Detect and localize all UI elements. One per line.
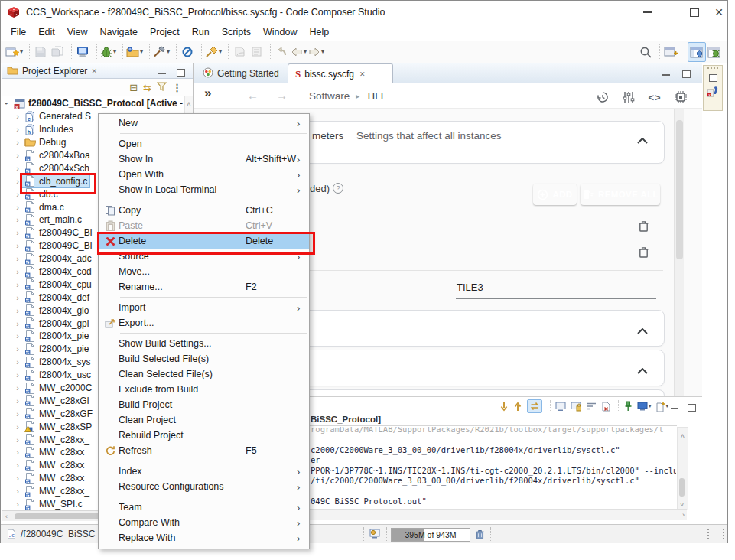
tree-item-root[interactable]: › xf280049C_BiSSC_Protocol [Active - (2, 97, 184, 110)
restore-view-icon[interactable] (709, 74, 717, 82)
expander-icon[interactable]: › (13, 331, 22, 340)
expander-icon[interactable]: › (13, 228, 22, 237)
link-with-editor-icon[interactable]: ⇆ (143, 83, 151, 93)
filter-icon[interactable] (157, 80, 167, 94)
menu-help[interactable]: Help (303, 25, 335, 39)
menu-item-refresh[interactable]: Refresh F5 (99, 443, 309, 458)
menu-item-build-selected-file-s[interactable]: Build Selected File(s) (99, 351, 309, 366)
add-button[interactable]: ADD (533, 184, 577, 205)
menu-item-source[interactable]: Source › (99, 249, 309, 264)
save-button[interactable] (32, 43, 49, 61)
device-chip-icon[interactable] (673, 90, 688, 105)
display-console-icon[interactable]: ▾ (637, 402, 652, 411)
menu-item-index[interactable]: Index › (99, 464, 309, 479)
menu-item-replace-with[interactable]: Replace With › (99, 530, 309, 545)
pin-console-icon[interactable] (623, 401, 633, 412)
menu-file[interactable]: File (5, 25, 32, 39)
breadcrumb-tile[interactable]: TILE (366, 90, 388, 102)
sync-console-icon[interactable] (527, 399, 542, 413)
project-explorer-tab[interactable]: Project Explorer (22, 66, 87, 77)
scroll-right-icon[interactable]: › (682, 510, 685, 519)
expander-icon[interactable]: › (13, 112, 22, 121)
menu-edit[interactable]: Edit (32, 25, 61, 39)
view-close-icon[interactable]: ✕ (91, 67, 97, 75)
menu-item-open-with[interactable]: Open With › (99, 167, 309, 182)
history-icon[interactable] (595, 90, 610, 105)
dropdown-caret-icon[interactable]: ▾ (140, 48, 143, 55)
expander-icon[interactable]: › (13, 448, 22, 457)
drag-handle[interactable] (707, 67, 718, 69)
overflow-chevrons-button[interactable]: » (204, 86, 211, 101)
next-item-icon[interactable] (499, 402, 509, 412)
menu-item-new[interactable]: New › (99, 116, 309, 131)
window-close-button[interactable]: ✕ (701, 1, 735, 24)
menu-item-paste[interactable]: Paste Ctrl+V (99, 218, 309, 233)
menu-item-import[interactable]: Import › (99, 300, 309, 315)
expander-icon[interactable]: › (13, 409, 22, 418)
word-wrap-icon[interactable] (586, 402, 597, 411)
menu-item-compare-with[interactable]: Compare With › (99, 515, 309, 530)
menu-project[interactable]: Project (144, 25, 186, 39)
expander-icon[interactable]: › (13, 435, 22, 444)
menu-scripts[interactable]: Scripts (216, 25, 257, 39)
terminate-button[interactable] (179, 43, 196, 61)
menu-item-resource-configurations[interactable]: Resource Configurations › (99, 479, 309, 494)
expander-icon[interactable]: › (13, 177, 22, 186)
menu-item-build-project[interactable]: Build Project (99, 397, 309, 412)
delete-instance-icon[interactable] (638, 246, 649, 262)
dropdown-caret-icon[interactable]: ▾ (113, 48, 116, 55)
expander-icon[interactable]: › (13, 151, 22, 160)
collapse-chevron-icon[interactable] (637, 133, 648, 147)
open-console-view-button[interactable] (74, 43, 91, 61)
remove-all-button[interactable]: REMOVE ALL (581, 184, 660, 205)
maximize-view-icon[interactable] (682, 70, 691, 78)
expander-icon[interactable]: › (13, 422, 22, 431)
minimize-view-icon[interactable] (158, 73, 166, 74)
collapse-all-icon[interactable]: ⊟ (129, 83, 138, 93)
last-edit-location-button[interactable] (273, 43, 290, 61)
console-view-icon[interactable] (555, 402, 566, 412)
expander-icon[interactable]: › (13, 461, 22, 470)
menu-item-move[interactable]: Move... (99, 264, 309, 279)
nav-forward-icon[interactable]: → (276, 89, 288, 102)
open-console-icon[interactable]: ▾ (655, 402, 668, 412)
dropdown-caret-icon[interactable]: ▾ (219, 48, 222, 55)
clear-console-icon[interactable] (601, 402, 610, 412)
expander-icon[interactable]: › (13, 370, 22, 379)
open-perspective-button[interactable] (662, 43, 679, 61)
expander-icon[interactable]: › (13, 280, 22, 289)
tab-close-icon[interactable]: ✕ (359, 70, 366, 78)
expander-icon[interactable]: › (13, 138, 22, 147)
search-icon[interactable] (637, 43, 654, 61)
dropdown-caret-icon[interactable]: ▾ (321, 48, 324, 55)
flash-button[interactable]: ▾ (125, 43, 144, 61)
menu-item-copy[interactable]: Copy Ctrl+C (99, 203, 309, 218)
collapse-chevron-icon[interactable] (637, 363, 648, 377)
debug-button[interactable]: ▾ (99, 43, 117, 61)
expander-icon[interactable]: › (13, 500, 22, 509)
expander-icon[interactable]: › (13, 383, 22, 392)
highlight-tool-button[interactable]: ▾ (204, 43, 223, 61)
back-button[interactable]: ▾ (290, 43, 307, 61)
menu-item-show-build-settings[interactable]: Show Build Settings... (99, 336, 309, 351)
expander-icon[interactable]: › (13, 306, 22, 315)
heap-status-gauge[interactable]: 395M of 943M (391, 528, 470, 542)
minimize-view-icon[interactable] (671, 408, 678, 409)
dropdown-caret-icon[interactable]: ▾ (20, 48, 23, 55)
dropdown-caret-icon[interactable]: ▾ (304, 48, 307, 55)
scrollbar-thumb[interactable] (679, 478, 685, 497)
expander-icon[interactable]: › (13, 267, 22, 276)
expander-icon[interactable]: › (13, 396, 22, 405)
expander-icon[interactable]: › (2, 99, 11, 108)
menu-window[interactable]: Window (257, 25, 303, 39)
console-vertical-scrollbar[interactable]: ˄ ˅ (677, 427, 688, 510)
menu-item-clean-project[interactable]: Clean Project (99, 412, 309, 428)
menu-run[interactable]: Run (186, 25, 216, 39)
maximize-view-icon[interactable] (177, 69, 185, 77)
expander-icon[interactable]: › (13, 241, 22, 250)
scrollbar-thumb[interactable] (676, 120, 683, 259)
tile-name-input[interactable]: TILE3 (457, 282, 483, 293)
forward-button[interactable]: ▾ (307, 43, 325, 61)
menu-item-show-in-local-terminal[interactable]: Show in Local Terminal › (99, 182, 309, 197)
console-locked-icon[interactable] (571, 402, 581, 412)
